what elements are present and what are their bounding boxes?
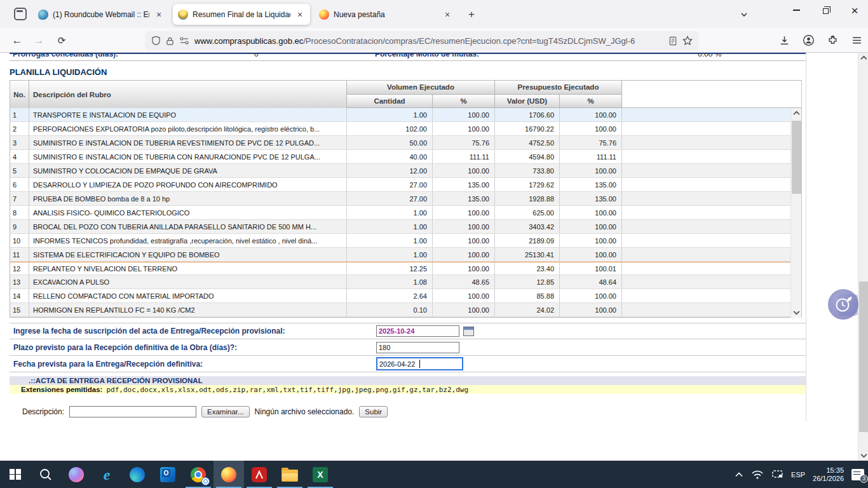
language-indicator[interactable]: ESP bbox=[791, 471, 805, 478]
downloads-icon[interactable] bbox=[776, 32, 792, 48]
reader-mode-icon[interactable] bbox=[668, 36, 677, 46]
acta-section-header: .::ACTA DE ENTREGA RECEPCIÓN PROVISIONAL bbox=[10, 376, 806, 385]
cell-filler bbox=[622, 303, 801, 316]
bookmark-star-icon[interactable] bbox=[682, 36, 693, 46]
start-button[interactable] bbox=[0, 461, 31, 488]
browser-titlebar: (1) Roundcube Webmail :: Entra × Resumen… bbox=[0, 0, 868, 28]
section-title: PLANILLA LIQUIDACIÓN bbox=[10, 67, 107, 77]
previous-section-row: Prorrogas concedidas (días): 0 Porcentaj… bbox=[10, 53, 806, 61]
tab-roundcube[interactable]: (1) Roundcube Webmail :: Entra × bbox=[33, 4, 169, 25]
minimize-button[interactable] bbox=[782, 0, 811, 20]
subir-button[interactable]: Subir bbox=[359, 406, 388, 417]
cell-presupuesto-pct: 135.00 bbox=[560, 178, 622, 191]
url-bar[interactable]: www.compraspublicas.gob.ec/ProcesoContra… bbox=[145, 31, 699, 50]
calendar-picker-icon[interactable] bbox=[463, 327, 474, 336]
cell-filler bbox=[622, 262, 801, 274]
cell-volumen-pct: 48.65 bbox=[433, 275, 495, 288]
close-button[interactable] bbox=[840, 0, 868, 20]
notification-center-icon[interactable]: 3 bbox=[851, 469, 864, 480]
tab-close-icon[interactable]: × bbox=[295, 10, 305, 20]
firefox-view-icon[interactable] bbox=[14, 8, 27, 20]
tab-close-icon[interactable]: × bbox=[154, 10, 164, 20]
cell-no: 9 bbox=[10, 220, 29, 233]
examinar-button[interactable]: Examinar... bbox=[201, 406, 250, 417]
taskbar-search-button[interactable] bbox=[31, 461, 61, 488]
page-scroll-up-icon[interactable] bbox=[858, 53, 868, 63]
col-header-no: No. bbox=[10, 81, 29, 109]
cast-display-icon[interactable] bbox=[771, 470, 783, 479]
cell-valor-usd: 733.80 bbox=[495, 164, 560, 177]
cell-presupuesto-pct: 48.64 bbox=[560, 275, 622, 288]
page-content: Prorrogas concedidas (días): 0 Porcentaj… bbox=[0, 53, 868, 461]
table-scrollbar[interactable] bbox=[790, 108, 801, 318]
cell-volumen-pct: 75.76 bbox=[433, 136, 495, 149]
page-scrollbar-thumb[interactable] bbox=[859, 281, 868, 432]
cell-volumen-pct: 100.00 bbox=[433, 108, 495, 121]
scroll-down-icon[interactable] bbox=[791, 308, 802, 318]
extensions-puzzle-icon[interactable] bbox=[825, 32, 840, 48]
scroll-up-icon[interactable] bbox=[791, 108, 802, 118]
prorrogas-label: Prorrogas concedidas (días): bbox=[13, 53, 118, 58]
col-header-vol-pct: % bbox=[433, 95, 495, 109]
forward-button[interactable]: → bbox=[31, 32, 47, 49]
cell-valor-usd: 1706.60 bbox=[495, 108, 560, 121]
tray-chevron-up-icon[interactable] bbox=[735, 471, 743, 478]
copilot-icon bbox=[69, 467, 84, 482]
ecuador-emblem-favicon-icon bbox=[178, 10, 188, 20]
plazo-dias-input[interactable] bbox=[376, 342, 459, 353]
taskbar-acrobat-button[interactable] bbox=[244, 461, 275, 488]
taskbar-firefox-button[interactable] bbox=[214, 461, 244, 488]
cell-volumen-pct: 100.00 bbox=[433, 164, 495, 177]
tab-close-icon[interactable]: × bbox=[442, 10, 452, 20]
cell-no: 15 bbox=[10, 303, 29, 316]
internet-explorer-icon: e bbox=[104, 467, 111, 482]
cell-no: 6 bbox=[10, 178, 29, 191]
taskbar-copilot-button[interactable] bbox=[61, 461, 92, 488]
upload-row: Descripción: Examinar... Ningún archivo … bbox=[22, 404, 388, 419]
cell-no: 13 bbox=[10, 275, 29, 288]
cell-cantidad: 1.00 bbox=[347, 234, 433, 247]
clock-date: 26/1/2026 bbox=[813, 475, 844, 483]
menu-hamburger-icon[interactable] bbox=[849, 32, 864, 48]
new-tab-button[interactable]: + bbox=[465, 8, 478, 22]
cell-valor-usd: 1928.88 bbox=[495, 192, 560, 205]
back-button[interactable]: ← bbox=[9, 32, 25, 49]
cell-presupuesto-pct: 100.00 bbox=[560, 206, 622, 219]
cell-presupuesto-pct: 135.00 bbox=[560, 192, 622, 205]
page-scrollbar[interactable] bbox=[858, 53, 868, 461]
fecha-definitiva-label: Fecha prevista para la Entrega/Recepción… bbox=[13, 360, 203, 369]
roundcube-favicon-icon bbox=[38, 10, 48, 20]
cell-descripcion: INFORMES TECNICOS profundidad, estratigr… bbox=[29, 234, 347, 247]
taskbar-file-explorer-button[interactable] bbox=[275, 461, 305, 488]
cell-valor-usd: 3403.42 bbox=[495, 220, 560, 233]
fecha-suscripcion-input[interactable] bbox=[376, 325, 459, 337]
taskbar-excel-button[interactable]: X bbox=[305, 461, 336, 488]
table-scrollbar-thumb[interactable] bbox=[792, 121, 801, 194]
restore-button[interactable] bbox=[811, 0, 840, 20]
tab-nueva-pestana[interactable]: Nueva pestaña × bbox=[314, 4, 458, 25]
taskbar-edge-button[interactable] bbox=[122, 461, 153, 488]
permissions-icon bbox=[179, 36, 189, 45]
tab-list-dropdown-icon[interactable] bbox=[737, 8, 751, 22]
table-header: No. Descripción del Rubro Volumen Ejecut… bbox=[10, 80, 801, 108]
taskbar-internet-explorer-button[interactable]: e bbox=[92, 461, 122, 488]
cell-cantidad: 27.00 bbox=[347, 178, 433, 191]
account-icon[interactable] bbox=[801, 32, 816, 48]
tab-resumen-liquidacion[interactable]: Resumen Final de la Liquidación × bbox=[173, 4, 310, 25]
col-header-valor-usd: Valor (USD) bbox=[495, 95, 560, 109]
page-scroll-down-icon[interactable] bbox=[858, 451, 868, 461]
descripcion-input[interactable] bbox=[69, 406, 196, 417]
reload-button[interactable]: ⟳ bbox=[53, 32, 70, 49]
system-tray: ESP 15:35 26/1/2026 3 bbox=[735, 461, 864, 488]
table-row: 1 TRANSPORTE E INSTALACION DE EQUIPO 1.0… bbox=[10, 108, 801, 122]
wifi-icon[interactable] bbox=[751, 470, 764, 480]
taskbar-chrome-button[interactable] bbox=[183, 461, 214, 488]
taskbar-clock[interactable]: 15:35 26/1/2026 bbox=[813, 466, 844, 483]
prorrogas-value: 0 bbox=[254, 53, 259, 58]
timer-extension-widget[interactable] bbox=[828, 289, 858, 320]
cell-presupuesto-pct: 100.01 bbox=[560, 262, 622, 274]
taskbar-outlook-button[interactable] bbox=[153, 461, 183, 488]
cell-filler bbox=[622, 150, 801, 163]
header-filler bbox=[622, 81, 801, 108]
cell-cantidad: 0.10 bbox=[347, 303, 433, 316]
